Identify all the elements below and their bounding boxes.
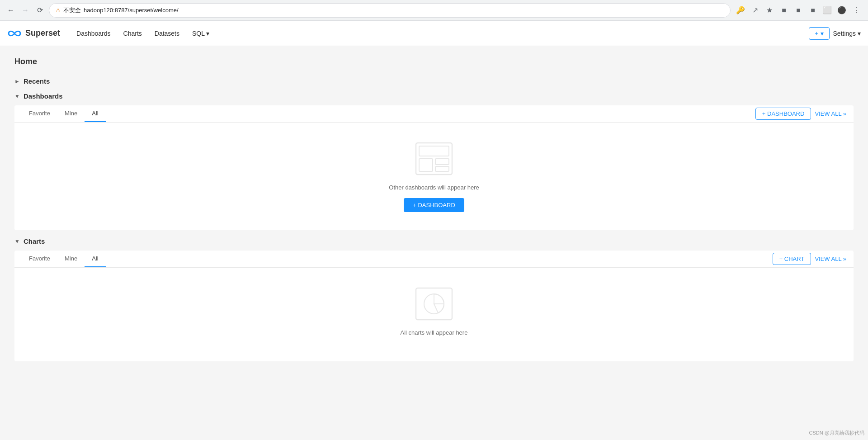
plus-label: ▾ [821,30,824,37]
charts-empty-icon [414,286,454,322]
add-dashboard-button[interactable]: + DASHBOARD [755,108,811,120]
watermark: CSDN @月亮给我抄代码 [809,430,864,436]
superset-logo-icon [7,26,22,41]
plus-button[interactable]: + ▾ [809,27,829,40]
nav-links: Dashboards Charts Datasets SQL ▾ [71,26,809,41]
dashboards-title: Dashboards [24,92,63,100]
add-chart-button[interactable]: + CHART [773,253,811,265]
charts-header[interactable]: ▼ Charts [14,237,854,245]
reload-button[interactable]: ⟳ [34,5,45,16]
dashboards-section: ▼ Dashboards Favorite Mine All + DASHBOA… [14,92,854,230]
nav-sql[interactable]: SQL ▾ [187,26,215,41]
charts-empty-text: All charts will appear here [401,329,468,336]
share-icon[interactable]: ↗ [749,4,761,17]
recents-header[interactable]: ► Recents [14,77,854,85]
charts-title: Charts [24,237,45,245]
dashboards-empty-state: Other dashboards will appear here + DASH… [14,123,854,230]
svg-rect-4 [435,166,449,171]
charts-empty-state: All charts will appear here [14,268,854,361]
dashboards-empty-text: Other dashboards will appear here [389,184,479,191]
svg-rect-1 [419,146,449,156]
dashboards-tab-all[interactable]: All [85,105,105,122]
dashboards-empty-add-button[interactable]: + DASHBOARD [404,198,464,212]
charts-view-all-button[interactable]: VIEW ALL » [815,255,846,262]
nav-dashboards[interactable]: Dashboards [71,26,116,41]
back-button[interactable]: ← [5,5,16,16]
profile-icon[interactable]: ⚫ [835,4,848,17]
page-title: Home [14,57,854,66]
dashboards-empty-add-label: + DASHBOARD [413,202,455,208]
svg-rect-2 [419,159,433,171]
browser-actions: 🔑 ↗ ★ ■ ■ ■ ⬜ ⚫ ⋮ [734,4,863,17]
nav-charts[interactable]: Charts [118,26,147,41]
ext4-icon[interactable]: ⬜ [821,4,834,17]
security-icon: ⚠ [56,7,61,14]
bookmark-icon[interactable]: ★ [763,4,776,17]
settings-label: Settings ▾ [833,30,861,37]
address-bar[interactable]: ⚠ 不安全 hadoop120:8787/superset/welcome/ [49,3,731,18]
key-icon[interactable]: 🔑 [734,4,747,17]
charts-tab-actions: + CHART VIEW ALL » [773,253,846,265]
main-content: Home ► Recents ▼ Dashboards Favorite Min… [0,46,868,440]
menu-icon[interactable]: ⋮ [850,4,863,17]
nav-right: + ▾ Settings ▾ [809,27,861,40]
dashboards-tab-actions: + DASHBOARD VIEW ALL » [755,108,846,120]
charts-tab-mine[interactable]: Mine [57,251,85,267]
forward-button[interactable]: → [20,5,31,16]
ext1-icon[interactable]: ■ [778,4,790,17]
dashboards-tab-favorite[interactable]: Favorite [22,105,57,122]
charts-tab-all[interactable]: All [85,251,105,267]
dashboards-view-all-button[interactable]: VIEW ALL » [815,110,846,117]
recents-section: ► Recents [14,77,854,85]
charts-toggle-icon: ▼ [14,238,20,245]
svg-rect-3 [435,159,449,165]
plus-icon: + [815,30,818,37]
charts-tabs: Favorite Mine All [22,251,106,267]
security-label: 不安全 [63,6,81,14]
dashboards-tab-mine[interactable]: Mine [57,105,85,122]
dashboards-toggle-icon: ▼ [14,93,20,99]
logo-text: Superset [25,28,60,38]
nav-datasets[interactable]: Datasets [149,26,185,41]
dashboards-tab-bar: Favorite Mine All + DASHBOARD VIEW ALL » [14,105,854,123]
charts-tab-bar: Favorite Mine All + CHART VIEW ALL » [14,251,854,268]
ext3-icon[interactable]: ■ [807,4,819,17]
app-navbar: Superset Dashboards Charts Datasets SQL … [0,21,868,46]
recents-title: Recents [24,77,50,85]
charts-section: ▼ Charts Favorite Mine All + CHART VIEW … [14,237,854,361]
dashboards-tabs: Favorite Mine All [22,105,106,122]
charts-tab-favorite[interactable]: Favorite [22,251,57,267]
ext2-icon[interactable]: ■ [792,4,805,17]
dashboard-empty-icon [414,141,454,177]
address-text: hadoop120:8787/superset/welcome/ [84,7,179,14]
recents-toggle-icon: ► [14,78,20,85]
logo-area: Superset [7,26,60,41]
browser-chrome: ← → ⟳ ⚠ 不安全 hadoop120:8787/superset/welc… [0,0,868,21]
settings-button[interactable]: Settings ▾ [833,30,861,37]
dashboards-header[interactable]: ▼ Dashboards [14,92,854,100]
